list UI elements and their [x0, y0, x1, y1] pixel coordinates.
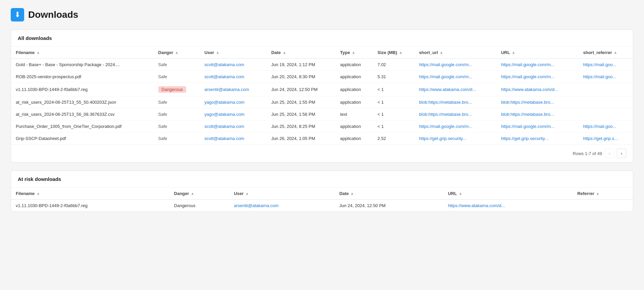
user-cell[interactable]: scott@atakama.com	[200, 133, 267, 145]
type-cell: application	[335, 71, 373, 83]
all-downloads-card: All downloads Filename ∧ Danger ∧ User ∧…	[11, 30, 633, 162]
short-referrer-cell	[579, 108, 633, 120]
url-cell[interactable]: https://www.atakama.com/d...	[496, 83, 579, 96]
table-row: at_risk_users_2024-06-25T13_56_08.367633…	[11, 108, 633, 120]
filename-cell: at_risk_users_2024-06-25T13_56_08.367633…	[11, 108, 154, 120]
at-risk-downloads-title: At risk downloads	[11, 171, 633, 188]
at-risk-downloads-table: Filename ∧ Danger ∧ User ∧ Date ∧ URL ∧ …	[11, 188, 633, 211]
col-header-filename[interactable]: Filename ∧	[11, 47, 154, 59]
at-risk-header-row: Filename ∧ Danger ∧ User ∧ Date ∧ URL ∧ …	[11, 188, 633, 200]
short-url-cell[interactable]: blob:https://metabase.bro...	[414, 96, 496, 108]
danger-cell: Dangerous	[169, 200, 229, 212]
size-cell: < 1	[373, 120, 415, 133]
type-cell: application	[335, 96, 373, 108]
table-row: v1.11.1030-BPD-1449-2-f0a6bb7.reg Danger…	[11, 200, 633, 212]
at-risk-col-filename[interactable]: Filename ∧	[11, 188, 169, 200]
pagination-prev-button[interactable]: ‹	[605, 149, 614, 158]
danger-cell: Dangerous	[154, 83, 200, 96]
page-title: Downloads	[28, 9, 78, 20]
short-url-cell[interactable]: https://mail.google.com/m...	[414, 59, 496, 71]
date-cell: Jun 26, 2024, 1:05 PM	[267, 133, 335, 145]
user-cell[interactable]: scott@atakama.com	[200, 120, 267, 133]
table-row: Purchase_Order_1005_from_OneTier_Corpora…	[11, 120, 633, 133]
short-url-cell[interactable]: blob:https://metabase.bro...	[414, 108, 496, 120]
filename-cell: Grip-SSCP-Datasheet.pdf	[11, 133, 154, 145]
date-cell: Jun 25, 2024, 1:55 PM	[267, 96, 335, 108]
at-risk-col-referrer[interactable]: Referrer ∧	[573, 188, 633, 200]
all-downloads-title: All downloads	[11, 30, 633, 47]
filename-cell: v1.11.1030-BPD-1449-2-f0a6bb7.reg	[11, 83, 154, 96]
size-cell: 7.02	[373, 59, 415, 71]
short-referrer-cell[interactable]: https://mail.goo...	[579, 71, 633, 83]
type-cell: text	[335, 108, 373, 120]
size-cell: 2.52	[373, 133, 415, 145]
table-row: ROB-2025-vendor-prospectus.pdf Safe scot…	[11, 71, 633, 83]
user-cell[interactable]: arsentii@atakama.com	[200, 83, 267, 96]
filename-cell: at_risk_users_2024-06-25T13_55_50.400203…	[11, 96, 154, 108]
size-cell: < 1	[373, 108, 415, 120]
table-row: at_risk_users_2024-06-25T13_55_50.400203…	[11, 96, 633, 108]
date-cell: Jun 20, 2024, 8:30 PM	[267, 71, 335, 83]
sort-icon-user: ∧	[216, 51, 219, 55]
size-cell: 5.31	[373, 71, 415, 83]
date-cell: Jun 25, 2024, 8:25 PM	[267, 120, 335, 133]
short-referrer-cell[interactable]: https://mail.goo...	[579, 59, 633, 71]
user-cell[interactable]: scott@atakama.com	[200, 71, 267, 83]
short-referrer-cell	[579, 96, 633, 108]
short-referrer-cell[interactable]: https://mail.goo...	[579, 120, 633, 133]
page-header: ⬇ Downloads	[11, 8, 633, 21]
size-cell: < 1	[373, 96, 415, 108]
date-cell: Jun 24, 2024, 12:50 PM	[335, 200, 443, 212]
date-cell: Jun 25, 2024, 1:56 PM	[267, 108, 335, 120]
short-url-cell[interactable]: https://mail.google.com/m...	[414, 71, 496, 83]
url-cell[interactable]: blob:https://metabase.bro...	[496, 96, 579, 108]
filename-cell: ROB-2025-vendor-prospectus.pdf	[11, 71, 154, 83]
user-cell[interactable]: yago@atakama.com	[200, 96, 267, 108]
sort-icon-type: ∧	[352, 51, 355, 55]
short-referrer-cell[interactable]: https://get.grip.s...	[579, 133, 633, 145]
url-cell[interactable]: blob:https://metabase.bro...	[496, 108, 579, 120]
col-header-short-url[interactable]: short_url ∧	[414, 47, 496, 59]
danger-cell: Safe	[154, 120, 200, 133]
col-header-date[interactable]: Date ∧	[267, 47, 335, 59]
all-downloads-header-row: Filename ∧ Danger ∧ User ∧ Date ∧ Type ∧…	[11, 47, 633, 59]
url-cell[interactable]: https://mail.google.com/m...	[496, 59, 579, 71]
sort-icon-short-url: ∧	[440, 51, 442, 55]
all-downloads-table-wrapper: Filename ∧ Danger ∧ User ∧ Date ∧ Type ∧…	[11, 47, 633, 144]
sort-icon-url: ∧	[512, 51, 515, 55]
short-url-cell[interactable]: https://get.grip.security...	[414, 133, 496, 145]
table-row: v1.11.1030-BPD-1449-2-f0a6bb7.reg Danger…	[11, 83, 633, 96]
short-url-cell[interactable]: https://www.atakama.com/d...	[414, 83, 496, 96]
col-header-user[interactable]: User ∧	[200, 47, 267, 59]
size-cell: < 1	[373, 83, 415, 96]
at-risk-col-date[interactable]: Date ∧	[335, 188, 443, 200]
url-cell[interactable]: https://get.grip.security...	[496, 133, 579, 145]
at-risk-col-user[interactable]: User ∧	[229, 188, 334, 200]
at-risk-downloads-card: At risk downloads Filename ∧ Danger ∧ Us…	[11, 171, 633, 212]
referrer-cell	[573, 200, 633, 212]
date-cell: Jun 24, 2024, 12:50 PM	[267, 83, 335, 96]
col-header-short-referrer[interactable]: short_referrer ∧	[579, 47, 633, 59]
short-referrer-cell	[579, 83, 633, 96]
danger-cell: Safe	[154, 108, 200, 120]
table-row: Grip-SSCP-Datasheet.pdf Safe scott@ataka…	[11, 133, 633, 145]
all-downloads-table: Filename ∧ Danger ∧ User ∧ Date ∧ Type ∧…	[11, 47, 633, 144]
col-header-url[interactable]: URL ∧	[496, 47, 579, 59]
sort-icon-date: ∧	[283, 51, 285, 55]
at-risk-col-danger[interactable]: Danger ∧	[169, 188, 229, 200]
type-cell: application	[335, 133, 373, 145]
user-cell[interactable]: scott@atakama.com	[200, 59, 267, 71]
col-header-danger[interactable]: Danger ∧	[154, 47, 200, 59]
user-cell[interactable]: arsentii@atakama.com	[229, 200, 334, 212]
download-icon: ⬇	[11, 8, 24, 21]
url-cell[interactable]: https://mail.google.com/m...	[496, 120, 579, 133]
url-cell[interactable]: https://mail.google.com/m...	[496, 71, 579, 83]
col-header-size[interactable]: Size (MB) ∧	[373, 47, 415, 59]
col-header-type[interactable]: Type ∧	[335, 47, 373, 59]
url-cell[interactable]: https://www.atakama.com/d...	[443, 200, 573, 212]
pagination-next-button[interactable]: ›	[617, 149, 626, 158]
user-cell[interactable]: yago@atakama.com	[200, 108, 267, 120]
short-url-cell[interactable]: https://mail.google.com/m...	[414, 120, 496, 133]
at-risk-col-url[interactable]: URL ∧	[443, 188, 573, 200]
danger-cell: Safe	[154, 59, 200, 71]
